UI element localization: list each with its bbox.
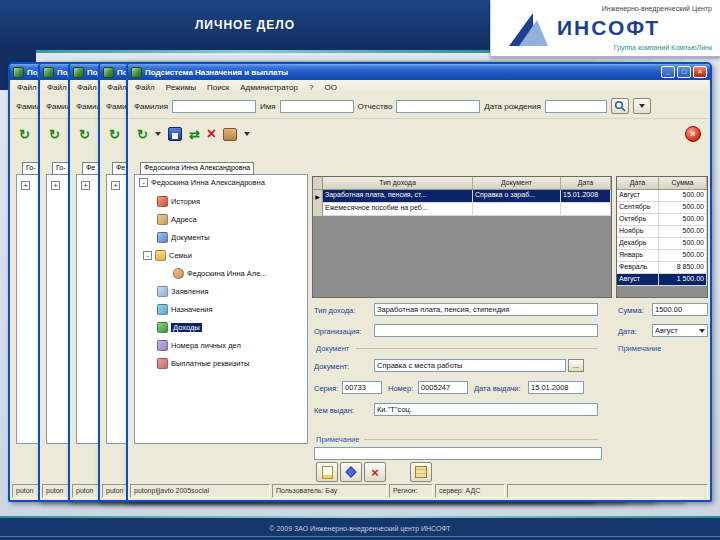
document-input[interactable]: Справка с места работы	[374, 359, 566, 372]
menu-item-help[interactable]: ?	[309, 83, 313, 92]
note-group-label: Примечание	[618, 344, 661, 353]
income-row-selected[interactable]: ▶ Заработная плата, пенсия, ст... Справк…	[313, 190, 611, 203]
search-options-button[interactable]	[633, 98, 651, 114]
issue-date-input[interactable]: 15.01.2008	[528, 381, 584, 394]
person-tab[interactable]: Федоскина Инна Александровна	[140, 162, 254, 175]
tree-item-addresses[interactable]: Адреса	[157, 213, 197, 225]
tree-expander-icon[interactable]: +	[51, 181, 60, 190]
col-income-type[interactable]: Тип дохода	[323, 177, 473, 189]
menu-item-file[interactable]: Файл	[47, 83, 67, 92]
tree-item-family-member[interactable]: Федоскина Инна Але...	[173, 267, 267, 279]
amount-row[interactable]: Сентябрь500.00	[617, 202, 707, 214]
minimize-button[interactable]: _	[661, 66, 675, 78]
footer: © 2009 ЗАО Инженерно-внедренческий центр…	[0, 518, 720, 540]
search-panel: Фамилия Имя Отчество Дата рождения	[129, 94, 709, 119]
menu-item-search[interactable]: Поиск	[207, 83, 229, 92]
date-select[interactable]: Август	[652, 324, 708, 337]
delete-record-icon: ×	[371, 466, 379, 479]
save-record-icon	[345, 466, 356, 477]
logo-wordmark: ИНСОФТ	[557, 16, 660, 40]
close-form-button[interactable]: ×	[685, 126, 701, 142]
people-icon	[43, 67, 54, 78]
issuer-input[interactable]: Ки."Т"соц.	[374, 403, 598, 416]
amount-row[interactable]: Август500.00	[617, 190, 707, 202]
tree-item-applications[interactable]: Заявления	[157, 285, 209, 297]
logo-line2: Группа компаний КомпьюЛинк	[614, 44, 712, 51]
col-date[interactable]: Дата	[561, 177, 611, 189]
income-type-input[interactable]: Заработная плата, пенсия, стипендия	[374, 303, 598, 316]
col-month[interactable]: Дата	[617, 177, 659, 189]
tree-expander-icon[interactable]: +	[111, 181, 120, 190]
status-region: Регион:	[389, 484, 433, 498]
close-button[interactable]: ×	[693, 66, 707, 78]
save-icon[interactable]	[168, 127, 182, 141]
tree-expander-icon[interactable]: +	[21, 181, 30, 190]
search-button[interactable]	[611, 98, 629, 114]
window-titlebar[interactable]: Подсистема Назначения и выплаты _ □ ×	[128, 64, 710, 80]
tree-expander-icon[interactable]: +	[81, 181, 90, 190]
name-input[interactable]	[280, 100, 354, 113]
birthdate-input[interactable]	[545, 100, 607, 113]
transfer-icon[interactable]: ⇄	[189, 128, 200, 141]
tree-item-assignments[interactable]: Назначения	[157, 303, 213, 315]
chevron-down-icon[interactable]	[244, 132, 250, 136]
footer-accent-line	[0, 536, 720, 537]
menu-item-file[interactable]: Файл	[77, 83, 97, 92]
amount-row[interactable]: Февраль8 850.00	[617, 262, 707, 274]
refresh-icon[interactable]: ↻	[109, 128, 120, 141]
tree-item-incomes[interactable]: Доходы	[157, 321, 202, 333]
collapse-icon[interactable]: -	[139, 178, 148, 187]
maximize-button[interactable]: □	[677, 66, 691, 78]
refresh-icon[interactable]: ↻	[49, 128, 60, 141]
number-input[interactable]: 0005247	[418, 381, 468, 394]
tree-root[interactable]: - Федоскина Инна Александровна	[139, 178, 265, 187]
amount-row[interactable]: Январь500.00	[617, 250, 707, 262]
note-input[interactable]	[314, 447, 602, 460]
tree-item-documents[interactable]: Документы	[157, 231, 210, 243]
col-document[interactable]: Документ	[473, 177, 561, 189]
document-browse-button[interactable]: ...	[568, 359, 584, 372]
menu-item-file[interactable]: Файл	[107, 83, 127, 92]
document-group-label: Документ	[316, 344, 349, 353]
patronymic-input[interactable]	[396, 100, 480, 113]
refresh-icon[interactable]: ↻	[19, 128, 30, 141]
amount-input[interactable]: 1500.00	[652, 303, 708, 316]
menu-item-modes[interactable]: Режимы	[166, 83, 196, 92]
col-sum[interactable]: Сумма	[659, 177, 707, 189]
new-record-button[interactable]	[316, 462, 338, 482]
menu-item-oo[interactable]: ОО	[324, 83, 336, 92]
delete-record-button[interactable]: ×	[364, 462, 386, 482]
series-input[interactable]: 00733	[342, 381, 382, 394]
status-path: putonpij|avto 2005social	[130, 484, 270, 498]
date-label: Дата:	[618, 327, 637, 336]
menu-item-admin[interactable]: Администратор	[240, 83, 298, 92]
tree-item-families[interactable]: -Семьи	[143, 249, 192, 261]
incomes-icon	[157, 322, 168, 333]
menu-item-file[interactable]: Файл	[17, 83, 37, 92]
statusbar: putonpij|avto 2005social Пользователь: Б…	[130, 484, 708, 498]
amount-row[interactable]: Декабрь500.00	[617, 238, 707, 250]
menu-item-file[interactable]: Файл	[135, 83, 155, 92]
toolbar: ↻ ⇄ × ×	[129, 119, 709, 149]
save-record-button[interactable]	[340, 462, 362, 482]
tree-item-case-numbers[interactable]: Номера личных дел	[157, 339, 241, 351]
tree-item-payment-details[interactable]: Выплатные реквизиты	[157, 357, 249, 369]
chevron-down-icon[interactable]	[155, 132, 161, 136]
amount-row-selected[interactable]: Август1 500.00	[617, 274, 707, 286]
calculator-button[interactable]	[410, 462, 432, 482]
delete-icon[interactable]: ×	[207, 126, 216, 142]
note-group-label-bottom: Примечание	[316, 435, 359, 444]
amount-row[interactable]: Октябрь500.00	[617, 214, 707, 226]
tree-item-history[interactable]: История	[157, 195, 200, 207]
organization-input[interactable]	[374, 324, 598, 337]
refresh-icon[interactable]: ↻	[137, 128, 148, 141]
refresh-icon[interactable]: ↻	[79, 128, 90, 141]
logo-line1: Инженерно-внедренческий Центр	[602, 5, 712, 12]
income-row[interactable]: Ежемесячное пособие на реб...	[313, 203, 611, 216]
amount-row[interactable]: Ноябрь500.00	[617, 226, 707, 238]
package-icon[interactable]	[223, 128, 237, 141]
surname-input[interactable]	[172, 100, 256, 113]
collapse-icon[interactable]: -	[143, 251, 152, 260]
address-icon	[157, 214, 168, 225]
amounts-grid: Дата Сумма Август500.00 Сентябрь500.00 О…	[616, 176, 708, 298]
